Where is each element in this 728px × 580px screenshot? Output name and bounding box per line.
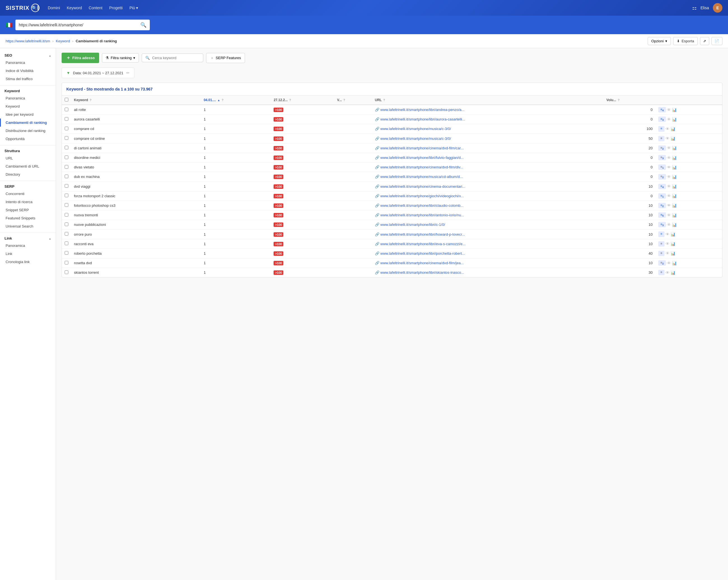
row-checkbox[interactable]	[65, 203, 68, 207]
chart-icon[interactable]: 📊	[672, 175, 677, 179]
row-checkbox[interactable]	[65, 251, 68, 255]
url-input[interactable]	[19, 23, 140, 27]
url-cell[interactable]: 🔗 www.lafeltrinelli.it/smartphone/cinema…	[372, 181, 604, 191]
eye-icon[interactable]: 👁	[667, 194, 671, 198]
sidebar-item-snippet-serp[interactable]: Snippet SERP	[0, 206, 56, 214]
url-cell[interactable]: 🔗 www.lafeltrinelli.it/smartphone/musica…	[372, 134, 604, 143]
eye-icon[interactable]: 👁	[667, 146, 671, 150]
row-checkbox[interactable]	[65, 261, 68, 264]
url-cell[interactable]: 🔗 www.lafeltrinelli.it/smartphone/libri/…	[372, 210, 604, 220]
nav-content[interactable]: Content	[89, 6, 102, 10]
serp-features-button[interactable]: ＋ SERP Features	[206, 53, 245, 63]
chart-icon[interactable]: 📊	[672, 223, 677, 227]
breadcrumb-item-sm[interactable]: https://www.lafeltrinelli.it/sm	[6, 39, 50, 43]
nav-keyword[interactable]: Keyword	[67, 6, 82, 10]
th-volume[interactable]: Volu... ?	[604, 96, 655, 105]
row-checkbox[interactable]	[65, 175, 68, 178]
url-cell[interactable]: 🔗 www.lafeltrinelli.it/smartphone/libri/…	[372, 115, 604, 124]
chart-icon[interactable]: 📊	[672, 165, 677, 170]
sidebar-section-keyword-header[interactable]: Keyword	[0, 86, 56, 94]
nav-domini[interactable]: Domini	[48, 6, 60, 10]
row-checkbox[interactable]	[65, 194, 68, 197]
url-cell[interactable]: 🔗 www.lafeltrinelli.it/smartphone/libri/…	[372, 239, 604, 249]
esporta-button[interactable]: ⬇ Esporta	[673, 37, 698, 45]
eye-icon[interactable]: 👁	[666, 251, 670, 255]
eye-icon[interactable]: 👁	[667, 213, 671, 218]
sidebar-item-link-panoramica[interactable]: Panoramica	[0, 242, 56, 250]
sidebar-item-indice-visibilita[interactable]: Indice di Visibilità	[0, 67, 56, 75]
url-cell[interactable]: 🔗 www.lafeltrinelli.it/smartphone/libri/…	[372, 249, 604, 258]
bookmark-button[interactable]: 📄	[711, 37, 722, 45]
sidebar-item-opportunita[interactable]: Opportunità	[0, 135, 56, 143]
nav-progetti[interactable]: Progetti	[109, 6, 123, 10]
edit-date-icon[interactable]: ✏	[126, 71, 130, 75]
sidebar-item-directory[interactable]: Directory	[0, 170, 56, 178]
eye-icon[interactable]: 👁	[666, 270, 670, 275]
url-cell[interactable]: 🔗 www.lafeltrinelli.it/smartphone/cinema…	[372, 258, 604, 268]
eye-icon[interactable]: 👁	[667, 184, 671, 188]
th-date2[interactable]: 27.12.2... ?	[271, 96, 334, 105]
chart-icon[interactable]: 📊	[672, 117, 677, 122]
row-checkbox[interactable]	[65, 136, 68, 140]
eye-icon[interactable]: 👁	[667, 175, 671, 179]
sidebar-item-cambiamenti-ranking[interactable]: Cambiamenti di ranking	[0, 119, 56, 127]
url-cell[interactable]: 🔗 www.lafeltrinelli.it/smartphone/libri/…	[372, 220, 604, 229]
sidebar-item-distribuzione-ranking[interactable]: Distribuzione del ranking	[0, 127, 56, 135]
row-checkbox[interactable]	[65, 184, 68, 188]
avatar[interactable]: E	[713, 3, 722, 12]
chart-icon[interactable]: 📊	[672, 261, 677, 266]
row-checkbox[interactable]	[65, 117, 68, 121]
breadcrumb-item-keyword[interactable]: Keyword	[56, 39, 70, 43]
eye-icon[interactable]: 👁	[666, 232, 670, 236]
th-date1[interactable]: 04.01.... ▲ ?	[201, 96, 271, 105]
eye-icon[interactable]: 👁	[667, 108, 671, 112]
row-checkbox[interactable]	[65, 165, 68, 169]
row-checkbox[interactable]	[65, 232, 68, 236]
url-cell[interactable]: 🔗 www.lafeltrinelli.it/smartphone/libri/…	[372, 268, 604, 277]
sidebar-item-cambiamenti-url[interactable]: Cambiamenti di URL	[0, 162, 56, 170]
eye-icon[interactable]: 👁	[667, 117, 671, 122]
search-button[interactable]: 🔍	[140, 22, 147, 28]
row-checkbox[interactable]	[65, 213, 68, 217]
th-url[interactable]: URL ?	[372, 96, 604, 105]
eye-icon[interactable]: 👁	[666, 127, 670, 131]
filtra-adesso-button[interactable]: ＋ Filtra adesso	[61, 53, 99, 63]
select-all-checkbox[interactable]	[65, 98, 68, 101]
chart-icon[interactable]: 📊	[671, 242, 675, 246]
eye-icon[interactable]: 👁	[667, 261, 671, 266]
url-cell[interactable]: 🔗 www.lafeltrinelli.it/smartphone/libri/…	[372, 201, 604, 210]
sidebar-item-universal-search[interactable]: Universal Search	[0, 222, 56, 230]
chart-icon[interactable]: 📊	[671, 232, 675, 236]
sidebar-section-struttura-header[interactable]: Struttura	[0, 147, 56, 154]
eye-icon[interactable]: 👁	[667, 155, 671, 160]
url-cell[interactable]: 🔗 www.lafeltrinelli.it/smartphone/libri/…	[372, 153, 604, 162]
chart-icon[interactable]: 📊	[672, 108, 677, 112]
chart-icon[interactable]: 📊	[672, 203, 677, 208]
sidebar-item-keyword-panoramica[interactable]: Panoramica	[0, 94, 56, 102]
chart-icon[interactable]: 📊	[671, 251, 675, 255]
eye-icon[interactable]: 👁	[667, 165, 671, 170]
eye-icon[interactable]: 👁	[666, 136, 670, 141]
sidebar-item-concorrenti[interactable]: Concorrenti	[0, 190, 56, 198]
chart-icon[interactable]: 📊	[672, 194, 677, 198]
apps-icon[interactable]: ⚏	[692, 5, 697, 11]
share-button[interactable]: ⇗	[700, 37, 709, 45]
sidebar-item-url[interactable]: URL	[0, 154, 56, 162]
chart-icon[interactable]: 📊	[671, 136, 675, 141]
sidebar-item-featured-snippets[interactable]: Featured Snippets	[0, 214, 56, 222]
row-checkbox[interactable]	[65, 146, 68, 149]
row-checkbox[interactable]	[65, 108, 68, 111]
url-cell[interactable]: 🔗 www.lafeltrinelli.it/smartphone/musica…	[372, 124, 604, 134]
opzioni-button[interactable]: Opzioni ▾	[648, 37, 671, 45]
chart-icon[interactable]: 📊	[672, 213, 677, 218]
sidebar-item-seo-panoramica[interactable]: Panoramica	[0, 58, 56, 67]
nav-piu[interactable]: Più ▾	[129, 6, 138, 10]
cerca-keyword-input[interactable]	[152, 56, 200, 60]
sidebar-item-link[interactable]: Link	[0, 250, 56, 258]
filtra-ranking-button[interactable]: ⚗ Filtra ranking ▾	[102, 53, 139, 62]
url-cell[interactable]: 🔗 www.lafeltrinelli.it/smartphone/cinema…	[372, 143, 604, 153]
chart-icon[interactable]: 📊	[671, 127, 675, 131]
sidebar-section-serp-header[interactable]: SERP	[0, 182, 56, 190]
url-cell[interactable]: 🔗 www.lafeltrinelli.it/smartphone/musica…	[372, 172, 604, 181]
sidebar-item-intento-ricerca[interactable]: Intento di ricerca	[0, 198, 56, 206]
